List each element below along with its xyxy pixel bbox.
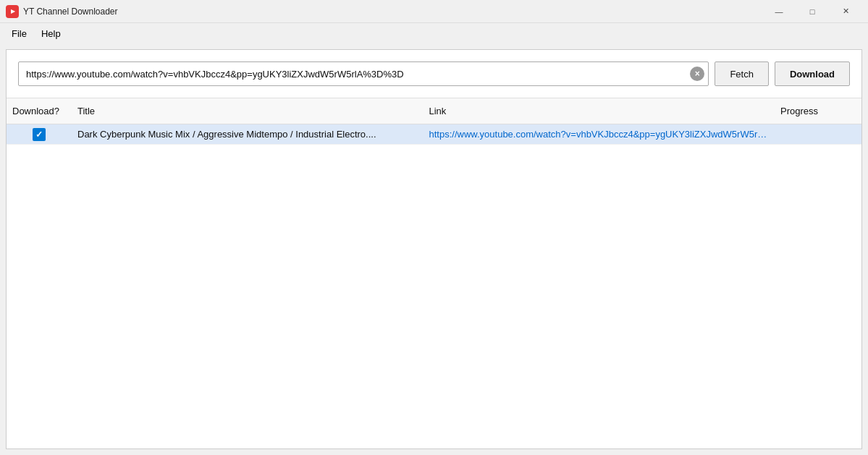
url-section: × Fetch Download xyxy=(7,50,861,98)
row-title: Dark Cyberpunk Music Mix / Aggressive Mi… xyxy=(72,126,424,143)
title-bar-left: YT Channel Downloader xyxy=(6,5,118,18)
menu-bar: File Help xyxy=(0,23,868,43)
row-checkbox[interactable] xyxy=(33,128,46,141)
row-progress xyxy=(775,132,861,137)
menu-help[interactable]: Help xyxy=(35,25,67,42)
col-header-progress: Progress xyxy=(775,103,861,119)
maximize-button[interactable]: □ xyxy=(796,0,829,23)
app-icon xyxy=(6,5,19,18)
col-header-title: Title xyxy=(72,103,424,119)
table-section: Download? Title Link Progress Dark Cyber… xyxy=(7,98,861,448)
window-controls: — □ ✕ xyxy=(762,0,862,23)
col-header-download: Download? xyxy=(7,103,72,119)
row-checkbox-cell xyxy=(7,125,72,144)
row-link[interactable]: https://www.youtube.com/watch?v=vhbVKJbc… xyxy=(424,126,775,143)
minimize-button[interactable]: — xyxy=(762,0,796,23)
url-input-wrapper: × xyxy=(18,61,709,86)
menu-file[interactable]: File xyxy=(6,25,33,42)
col-header-link: Link xyxy=(424,103,775,119)
fetch-button[interactable]: Fetch xyxy=(715,61,769,86)
close-button[interactable]: ✕ xyxy=(829,0,862,23)
app-title: YT Channel Downloader xyxy=(23,7,118,17)
table-row: Dark Cyberpunk Music Mix / Aggressive Mi… xyxy=(7,124,861,145)
title-bar: YT Channel Downloader — □ ✕ xyxy=(0,0,868,23)
main-area: × Fetch Download Download? Title Link Pr… xyxy=(6,49,862,449)
table-header: Download? Title Link Progress xyxy=(7,98,861,124)
download-button[interactable]: Download xyxy=(775,61,850,86)
url-input[interactable] xyxy=(18,61,709,86)
